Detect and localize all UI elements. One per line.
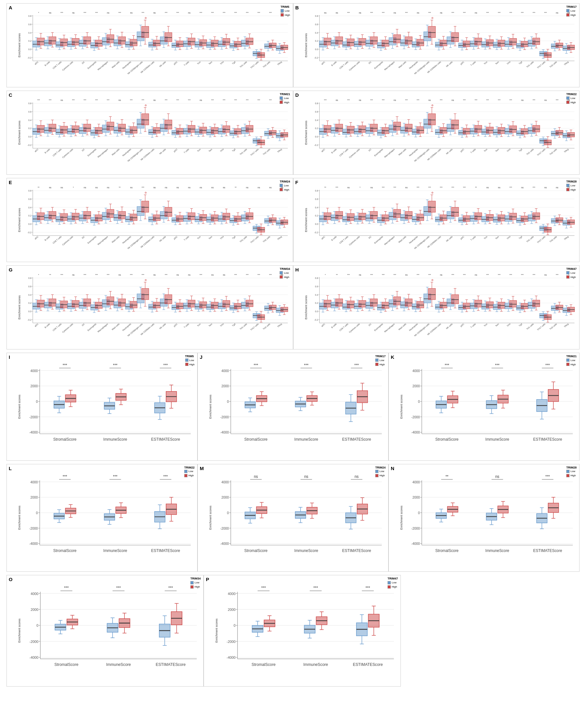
panel-label-c: C bbox=[9, 92, 12, 98]
svg-rect-1501 bbox=[165, 207, 172, 217]
svg-text:2000: 2000 bbox=[412, 384, 420, 388]
svg-text:DC: DC bbox=[368, 148, 372, 152]
svg-text:0: 0 bbox=[227, 400, 229, 403]
svg-text:**: ** bbox=[445, 474, 449, 479]
svg-text:TH2 cells: TH2 cells bbox=[263, 148, 271, 155]
svg-text:0.6: 0.6 bbox=[28, 285, 31, 288]
panel-label-i: I bbox=[9, 354, 10, 360]
panel-B: B Enrichment scores TRIM17 Low High -0.2… bbox=[293, 3, 580, 87]
svg-text:ns: ns bbox=[370, 186, 373, 189]
panel-title-p: TRIM47 Low High bbox=[388, 577, 398, 588]
svg-text:***: *** bbox=[246, 99, 249, 102]
svg-text:TH1 cells: TH1 cells bbox=[526, 148, 534, 155]
svg-text:T cells: T cells bbox=[183, 235, 189, 241]
svg-rect-72 bbox=[72, 39, 79, 45]
svg-text:Cytotoxic cells: Cytotoxic cells bbox=[348, 323, 361, 333]
svg-text:0.2: 0.2 bbox=[315, 127, 318, 130]
svg-text:ns: ns bbox=[107, 186, 110, 189]
svg-rect-373 bbox=[336, 37, 343, 44]
svg-text:**: ** bbox=[235, 186, 237, 189]
svg-rect-1101 bbox=[393, 122, 400, 130]
svg-rect-199 bbox=[177, 41, 184, 47]
svg-rect-2046 bbox=[72, 301, 79, 307]
svg-text:ns: ns bbox=[153, 186, 156, 189]
svg-text:***: *** bbox=[211, 11, 214, 14]
svg-text:ImmuneScore: ImmuneScore bbox=[294, 548, 318, 553]
panel-I: I Enrichment scores TRIM5 Low High -4000… bbox=[6, 353, 197, 461]
panel-title-k: TRIM21 Low High bbox=[566, 354, 577, 366]
svg-text:StromalScore: StromalScore bbox=[435, 437, 459, 442]
svg-text:4000: 4000 bbox=[30, 480, 38, 484]
boxplot-svg-b: -0.20.00.20.40.60.8nsaDCnsB cells***CD8 … bbox=[310, 5, 578, 77]
svg-rect-2474 bbox=[440, 302, 447, 308]
svg-rect-584 bbox=[509, 39, 516, 45]
svg-text:ns: ns bbox=[452, 99, 454, 102]
svg-text:2000: 2000 bbox=[30, 496, 38, 499]
svg-rect-1430 bbox=[107, 209, 114, 218]
svg-text:Mast cells: Mast cells bbox=[398, 148, 407, 156]
svg-text:aDC: aDC bbox=[321, 323, 325, 327]
svg-text:DC: DC bbox=[81, 60, 85, 65]
svg-text:ns: ns bbox=[428, 99, 431, 102]
trim-name-k: TRIM21 bbox=[566, 354, 577, 358]
svg-text:***: *** bbox=[475, 99, 477, 102]
svg-rect-443 bbox=[393, 34, 400, 43]
y-axis-c: Enrichment scores bbox=[18, 121, 21, 145]
svg-text:Eosinophils: Eosinophils bbox=[87, 323, 97, 332]
svg-rect-1689 bbox=[336, 211, 343, 219]
row-cd: C Enrichment scores TRIM21 Low High -0.2… bbox=[6, 91, 580, 175]
svg-text:***: *** bbox=[440, 99, 443, 102]
svg-text:***: *** bbox=[107, 99, 110, 102]
svg-text:Neutrophils: Neutrophils bbox=[408, 148, 418, 157]
svg-text:Cytotoxic cells: Cytotoxic cells bbox=[62, 323, 74, 333]
svg-rect-2375 bbox=[358, 301, 366, 307]
svg-text:TFH: TFH bbox=[506, 148, 511, 152]
svg-text:ESTIMATEScore: ESTIMATEScore bbox=[342, 548, 371, 553]
panel-label-n: N bbox=[391, 466, 394, 471]
svg-text:Macrophages: Macrophages bbox=[384, 323, 395, 333]
svg-point-816 bbox=[145, 105, 146, 106]
y-axis-a: Enrichment scores bbox=[18, 33, 21, 57]
svg-text:2000: 2000 bbox=[30, 384, 38, 388]
svg-text:Tcm: Tcm bbox=[483, 148, 488, 152]
svg-text:ns: ns bbox=[188, 186, 191, 189]
svg-text:***: *** bbox=[532, 99, 535, 102]
svg-text:ESTIMATEScore: ESTIMATEScore bbox=[533, 437, 562, 442]
svg-text:***: *** bbox=[130, 274, 133, 276]
svg-text:4000: 4000 bbox=[228, 592, 236, 596]
svg-text:NK cells: NK cells bbox=[159, 235, 166, 242]
svg-rect-255 bbox=[223, 39, 230, 45]
svg-text:pDC: pDC bbox=[460, 235, 464, 240]
panel-A: A Enrichment scores TRIM5 Low High -0.20… bbox=[6, 3, 293, 87]
svg-text:CD8 T cells: CD8 T cells bbox=[52, 148, 62, 157]
trim-name-n: TRIM28 bbox=[566, 466, 577, 470]
svg-text:TFH: TFH bbox=[219, 60, 224, 65]
svg-text:0.2: 0.2 bbox=[315, 40, 318, 42]
svg-text:TReg: TReg bbox=[563, 235, 569, 241]
svg-text:***: *** bbox=[382, 99, 384, 102]
svg-text:2000: 2000 bbox=[412, 496, 420, 499]
panel-title-l: TRIM22 Low High bbox=[184, 466, 194, 478]
svg-text:***: *** bbox=[498, 274, 501, 276]
svg-text:ns: ns bbox=[49, 186, 51, 189]
panel-title-h: TRIM47 Low High bbox=[566, 267, 577, 279]
svg-text:***: *** bbox=[370, 99, 373, 102]
svg-text:Cytotoxic cells: Cytotoxic cells bbox=[348, 235, 361, 246]
panel-title-b: TRIM17 Low High bbox=[566, 5, 577, 17]
svg-text:***: *** bbox=[130, 99, 133, 102]
svg-text:TReg: TReg bbox=[277, 323, 283, 328]
svg-rect-744 bbox=[84, 124, 91, 132]
svg-text:TH1 cells: TH1 cells bbox=[239, 323, 247, 330]
svg-rect-2586 bbox=[532, 300, 539, 307]
svg-text:4000: 4000 bbox=[30, 369, 38, 373]
panel-O: O Enrichment scores TRIM34 Low High -400… bbox=[6, 575, 204, 686]
svg-rect-1787 bbox=[417, 214, 424, 221]
panel-label-m: M bbox=[200, 466, 204, 471]
svg-rect-1515 bbox=[177, 216, 184, 221]
svg-text:0: 0 bbox=[234, 624, 236, 628]
svg-text:***: *** bbox=[141, 186, 144, 189]
svg-text:***: *** bbox=[417, 274, 420, 276]
row-ab: A Enrichment scores TRIM5 Low High -0.20… bbox=[6, 3, 580, 87]
svg-text:Tgd: Tgd bbox=[518, 148, 523, 152]
panel-title-d: TRIM22 Low High bbox=[566, 92, 577, 104]
